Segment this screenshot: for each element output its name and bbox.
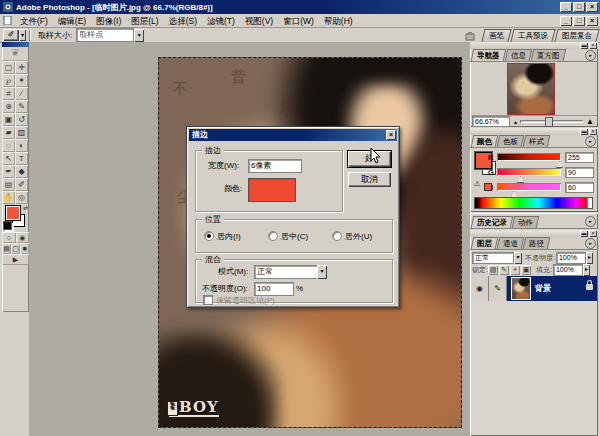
crop-tool[interactable]: # [2,87,15,100]
palette-minimize-icon[interactable]: ▬ [580,128,588,135]
radio-inside[interactable]: 居内(I) [204,231,241,242]
magic-wand-tool[interactable]: ✶ [15,74,28,87]
type-tool[interactable]: T [15,152,28,165]
quick-mask-mode-button[interactable]: ◉ [16,232,30,243]
sample-size-dropdown-icon[interactable]: ▾ [134,29,144,42]
menu-edit[interactable]: 编辑(E) [53,15,91,27]
menu-view[interactable]: 视图(V) [240,15,278,27]
layer-opacity-input[interactable]: 100% [556,252,586,264]
opacity-slider-icon[interactable]: ▸ [586,252,593,264]
eraser-tool[interactable]: ▰ [2,126,15,139]
green-slider-thumb[interactable] [517,176,524,183]
menu-filter[interactable]: 滤镜(T) [202,15,240,27]
width-input[interactable]: 6像素 [248,159,302,173]
menu-select[interactable]: 选择(S) [164,15,202,27]
layer-visibility-icon[interactable]: ◉ [471,276,489,301]
green-slider[interactable] [497,168,561,176]
mode-dropdown-icon[interactable]: ▾ [317,265,327,279]
blue-slider[interactable] [497,183,561,191]
red-value[interactable]: 255 [565,152,594,163]
color-spectrum-ramp[interactable] [474,197,593,209]
active-layer-brush-icon[interactable]: ✎ [489,276,507,301]
minimize-button[interactable]: _ [560,2,572,12]
healing-brush-tool[interactable]: ⊕ [2,100,15,113]
clone-stamp-tool[interactable]: ▣ [2,113,15,126]
navigator-thumbnail[interactable] [508,64,554,114]
tab-histogram[interactable]: 直方图 [530,49,565,61]
layer-blend-mode-select[interactable]: 正常 [472,252,514,264]
slice-tool[interactable]: ∕ [15,87,28,100]
layer-row-background[interactable]: ◉ ✎ 背景 [471,276,597,301]
tab-layer-comps[interactable]: 图层复合 [554,29,599,42]
gamut-warning-icon[interactable]: ⚠ [474,180,480,188]
zoom-input[interactable]: 66.67% [472,116,510,127]
zoom-slider-thumb[interactable] [545,117,553,127]
fullscreen-menubar-button[interactable]: ▢ [11,243,20,254]
color-title-bar[interactable]: ▬ × [470,128,598,135]
hand-tool[interactable]: ✋ [2,191,15,204]
fill-slider-icon[interactable]: ▸ [583,264,590,276]
menu-window[interactable]: 窗口(W) [278,15,319,27]
standard-mode-button[interactable]: ○ [2,232,16,243]
zoom-tool[interactable]: ◎ [15,191,28,204]
cancel-button[interactable]: 取消 [348,172,391,187]
lock-pixels-icon[interactable]: ✎ [499,265,509,275]
menu-file[interactable]: 文件(F) [15,15,53,27]
radio-outside-icon[interactable] [332,231,342,241]
move-tool[interactable]: ✛ [15,61,28,74]
tab-layers[interactable]: 图层 [471,237,499,249]
stroke-color-swatch[interactable] [248,178,296,202]
pen-tool[interactable]: ✒ [2,165,15,178]
dialog-close-button[interactable]: × [386,130,396,140]
doc-close-button[interactable]: × [586,16,598,26]
close-button[interactable]: × [586,2,598,12]
sample-size-select[interactable]: 取样点 [76,28,134,42]
doc-restore-button[interactable]: □ [573,16,585,26]
shape-tool[interactable]: ◆ [15,165,28,178]
notes-tool[interactable]: ▤ [2,178,15,191]
standard-screen-button[interactable]: ▤ [2,243,11,254]
opacity-input[interactable]: 100 [254,282,294,296]
zoom-slider[interactable] [520,120,583,123]
mode-select[interactable]: 正常 [254,265,322,279]
jump-to-imageready-button[interactable]: ▶ [2,254,29,265]
palette-close-icon[interactable]: × [589,230,597,237]
palette-menu-icon[interactable]: ▸ [585,136,596,147]
tab-navigator[interactable]: 导航器 [471,49,506,61]
swap-colors-icon[interactable]: ⇄ [23,204,28,211]
maximize-button[interactable]: □ [573,2,585,12]
palette-minimize-icon[interactable]: ▬ [580,42,588,49]
dodge-tool[interactable]: ◐ [15,139,28,152]
lock-position-icon[interactable]: + [510,265,520,275]
tab-channels[interactable]: 通道 [497,237,525,249]
radio-outside[interactable]: 居外(U) [332,231,372,242]
blend-mode-dropdown-icon[interactable]: ▾ [514,252,522,264]
layer-fill-input[interactable]: 100% [553,264,583,276]
palette-minimize-icon[interactable]: ▬ [580,230,588,237]
tab-info[interactable]: 信息 [504,49,532,61]
history-brush-tool[interactable]: ↺ [15,113,28,126]
palette-menu-icon[interactable]: ▸ [585,238,596,249]
menu-image[interactable]: 图像(I) [91,15,126,27]
dialog-title-bar[interactable]: 描边 × [189,129,397,141]
tab-actions[interactable]: 动作 [512,216,540,228]
eyedropper-tool-button[interactable]: ✐ [3,29,19,41]
blue-value[interactable]: 60 [565,182,594,193]
menu-layer[interactable]: 图层(L) [126,15,163,27]
green-value[interactable]: 90 [565,167,594,178]
default-colors-icon[interactable] [3,221,12,230]
lasso-tool[interactable]: ℘ [2,74,15,87]
tab-history[interactable]: 历史记录 [471,216,514,228]
lock-transparency-icon[interactable]: ▨ [488,265,498,275]
fullscreen-button[interactable]: ■ [20,243,29,254]
zoom-in-icon[interactable]: ▲ [586,117,594,126]
layer-thumbnail[interactable] [511,277,531,300]
path-selection-tool[interactable]: ↖ [2,152,15,165]
layers-title-bar[interactable]: ▬ × [470,230,598,237]
palette-close-icon[interactable]: × [589,42,597,49]
navigator-title-bar[interactable]: ▬ × [470,42,598,49]
radio-inside-icon[interactable] [204,231,214,241]
gamut-color-chip[interactable] [484,183,492,191]
red-slider-thumb[interactable] [556,161,563,168]
tab-styles[interactable]: 样式 [523,135,551,147]
